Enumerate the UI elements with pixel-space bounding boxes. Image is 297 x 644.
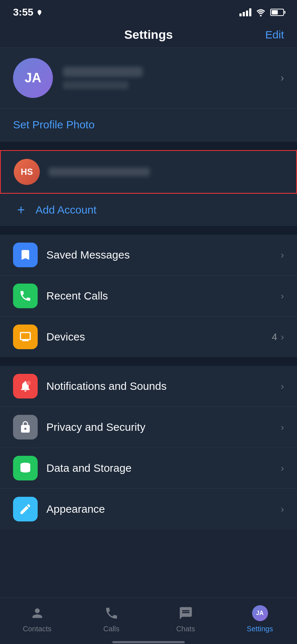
profile-name-blurred [63, 67, 143, 77]
profile-row[interactable]: JA › [0, 48, 297, 108]
signal-icon [239, 8, 251, 16]
notifications-label: Notifications and Sounds [46, 380, 281, 392]
nav-bar: Settings Edit [0, 22, 297, 48]
saved-messages-label: Saved Messages [46, 249, 281, 261]
status-icons [239, 8, 284, 16]
privacy-label: Privacy and Security [46, 421, 281, 433]
profile-info [63, 67, 281, 89]
tab-chats[interactable]: Chats [164, 604, 208, 633]
chevron-right-icon: › [281, 72, 284, 84]
status-bar: 3:55 [0, 0, 297, 22]
data-storage-icon [13, 456, 38, 480]
data-storage-label: Data and Storage [46, 462, 281, 474]
notifications-icon [13, 374, 38, 399]
recent-calls-icon [13, 284, 38, 308]
avatar: JA [13, 58, 53, 98]
tab-contacts-label: Contacts [23, 625, 51, 633]
tab-settings[interactable]: JA Settings [238, 604, 282, 633]
add-account-row[interactable]: + Add Account [0, 194, 297, 226]
saved-messages-row[interactable]: Saved Messages › [0, 235, 297, 276]
contacts-icon [28, 604, 47, 623]
secondary-account-name-blurred [49, 168, 150, 176]
appearance-row[interactable]: Appearance › [0, 489, 297, 529]
svg-point-1 [26, 381, 31, 385]
section-gap-2 [0, 226, 297, 235]
tab-contacts[interactable]: Contacts [16, 604, 59, 633]
chevron-right-icon: › [281, 463, 284, 474]
svg-point-0 [260, 15, 262, 16]
profile-phone-blurred [63, 81, 128, 89]
status-time: 3:55 [13, 7, 33, 18]
secondary-account-avatar: HS [14, 159, 40, 185]
devices-icon [13, 325, 38, 349]
tab-calls[interactable]: Calls [90, 604, 133, 633]
page-title: Settings [124, 28, 173, 42]
bottom-spacer [0, 529, 297, 587]
set-profile-photo-button[interactable]: Set Profile Photo [13, 119, 95, 131]
tab-calls-label: Calls [103, 625, 119, 633]
appearance-label: Appearance [46, 503, 281, 515]
settings-tab-avatar: JA [251, 604, 269, 623]
menu-section-1: Saved Messages › Recent Calls › Devices … [0, 235, 297, 357]
calls-icon [102, 604, 121, 623]
location-icon [36, 9, 43, 17]
chevron-right-icon: › [281, 422, 284, 433]
plus-icon: + [13, 202, 29, 218]
chevron-right-icon: › [281, 381, 284, 392]
chevron-right-icon: › [281, 249, 284, 261]
notifications-row[interactable]: Notifications and Sounds › [0, 366, 297, 407]
privacy-row[interactable]: Privacy and Security › [0, 407, 297, 448]
section-gap-3 [0, 357, 297, 366]
edit-button[interactable]: Edit [265, 29, 284, 41]
recent-calls-row[interactable]: Recent Calls › [0, 276, 297, 317]
recent-calls-label: Recent Calls [46, 290, 281, 302]
accounts-section: HS + Add Account [0, 150, 297, 226]
devices-label: Devices [46, 331, 272, 343]
chevron-right-icon: › [281, 290, 284, 302]
section-gap-1 [0, 141, 297, 150]
tab-bar: Contacts Calls Chats JA Settings [0, 598, 297, 644]
chevron-right-icon: › [281, 331, 284, 343]
data-storage-row[interactable]: Data and Storage › [0, 448, 297, 489]
saved-messages-icon [13, 243, 38, 267]
tab-chats-label: Chats [176, 625, 195, 633]
chevron-right-icon: › [281, 504, 284, 515]
battery-icon [270, 9, 284, 16]
chats-icon [176, 604, 195, 623]
tab-settings-label: Settings [247, 625, 273, 633]
menu-section-2: Notifications and Sounds › Privacy and S… [0, 366, 297, 529]
appearance-icon [13, 497, 38, 521]
devices-badge: 4 [272, 331, 277, 343]
devices-row[interactable]: Devices 4 › [0, 317, 297, 357]
add-account-label[interactable]: Add Account [35, 204, 96, 216]
home-indicator [112, 641, 185, 643]
secondary-account-row[interactable]: HS [0, 150, 297, 194]
set-profile-photo-section[interactable]: Set Profile Photo [0, 108, 297, 141]
privacy-icon [13, 415, 38, 439]
wifi-icon [256, 8, 266, 16]
